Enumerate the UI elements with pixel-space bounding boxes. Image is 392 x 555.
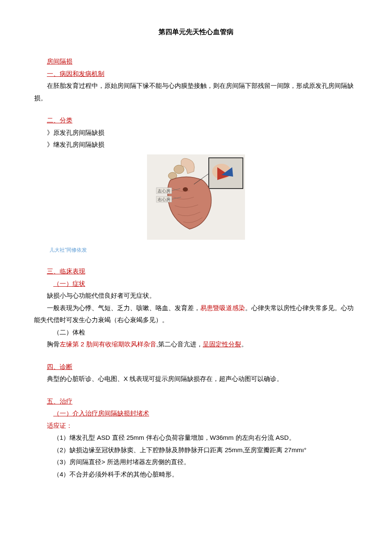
subheading-diagnosis: 四、诊断	[34, 361, 358, 373]
symptoms-paragraph-1: 缺损小与心功能代偿良好者可无症状。	[34, 290, 358, 302]
indications-label: 适应证：	[34, 420, 358, 432]
heart-diagram: 左心房 右心房	[34, 154, 358, 244]
subheading-clinical: 三、临床表现	[34, 265, 358, 278]
etiology-paragraph: 在胚胎发育过程中，原始房间隔下缘不能与心内膜垫接触，则在房间隔下部残留一间隙，形…	[34, 80, 358, 104]
symptoms-text-a: 一般表现为心悸、气短、乏力、咳嗽、咯血、发育差，	[47, 304, 200, 311]
label-right-atrium: 右心房	[158, 197, 170, 202]
exam-text-red-underline: 呈固定性分裂	[203, 340, 241, 348]
image-caption: 儿大社"同修依发	[49, 245, 358, 255]
symptoms-paragraph-2: 一般表现为心悸、气短、乏力、咳嗽、咯血、发育差，易患暨吸道感染。心律失常以房性心…	[34, 302, 358, 326]
subheading-intervention: （一）介入治疗房间隔缺损封堵术	[40, 407, 358, 420]
subheading-treatment: 五、治疗	[34, 395, 358, 408]
exam-text-red-1: 左缘第 2 肋间有收缩期吹风样杂音	[60, 340, 156, 348]
section-heading-atrial-septal-defect: 房间隔损	[34, 55, 358, 68]
exam-text-a: 胸骨	[47, 340, 60, 348]
exam-text-c: ,第二心音亢进，	[156, 340, 203, 348]
classification-item-2: 》继发孔房间隔缺损	[34, 139, 358, 151]
svg-point-12	[183, 187, 188, 192]
subheading-examination: （二）体检	[34, 326, 358, 339]
examination-paragraph: 胸骨左缘第 2 肋间有收缩期吹风样杂音,第二心音亢进，呈固定性分裂。	[34, 338, 358, 351]
heart-illustration-svg: 左心房 右心房	[147, 154, 245, 240]
document-title: 第四单元先天性心血管病	[34, 26, 358, 38]
diagnosis-paragraph: 典型的心脏听诊、心电图、X 线表现可提示房间隔缺损存在，超声心动图可以确诊。	[34, 373, 358, 385]
exam-text-e: 。	[241, 340, 248, 348]
symptoms-text-red: 易患暨吸道感染	[200, 304, 245, 311]
indication-1: （1）继发孔型 ASD 直径 25mm 伴右心负荷容量增加，W36mm 的左向右…	[34, 432, 358, 444]
indication-3: （3）房间隔直径> 所选用封堵器左房侧的直径。	[34, 456, 358, 468]
subheading-classification: 二、分类	[34, 114, 358, 127]
classification-item-1: 》原发孔房间隔缺损	[34, 127, 358, 139]
svg-point-5	[174, 165, 184, 174]
subheading-etiology: 一、病因和发病机制	[34, 68, 358, 80]
indication-2: （2）缺损边缘至冠状静脉窦、上下腔静脉及肺静脉开口距离 25mm,至房室瓣距离 …	[34, 444, 358, 456]
subheading-symptoms: （一）症状	[40, 278, 358, 290]
label-left-atrium: 左心房	[158, 189, 170, 193]
indication-4: （4）不合并必须外科手术的其他心脏畸形。	[34, 468, 358, 481]
